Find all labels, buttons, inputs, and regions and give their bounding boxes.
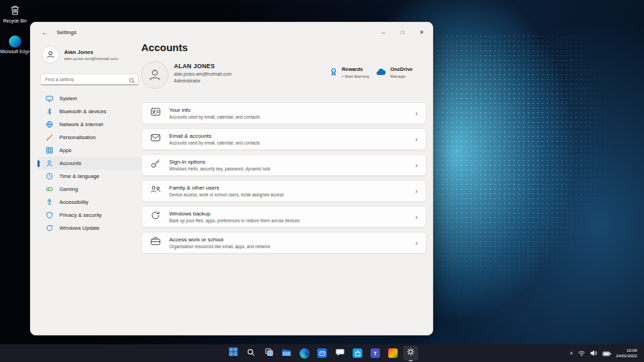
desktop-icon-recycle-bin[interactable]: Recycle Bin: [0, 4, 30, 23]
photos-button[interactable]: [385, 346, 400, 361]
store-bag-icon: [353, 348, 362, 358]
sidebar: Alan Jones alan.jones.wm@hotmail.com Sys…: [38, 43, 141, 235]
sidebar-item-time-language[interactable]: Time & language: [38, 170, 141, 183]
teams-button[interactable]: T: [368, 346, 383, 361]
clock-date: 24/01/2022: [616, 353, 637, 359]
taskbar-clock[interactable]: 10:00 24/01/2022: [616, 348, 637, 359]
sidebar-item-bluetooth-devices[interactable]: Bluetooth & devices: [38, 105, 141, 118]
page-title: Accounts: [141, 42, 426, 53]
tray-chevron-icon[interactable]: ∧: [570, 350, 573, 356]
your-info-icon: [150, 106, 161, 120]
update-arrows-icon: [45, 224, 53, 232]
minimize-button[interactable]: –: [374, 22, 393, 42]
main-pane: Accounts ALAN JONES alan.jones.wm@hotmai…: [141, 40, 426, 254]
sidebar-item-label: Windows Update: [59, 225, 100, 231]
chat-button[interactable]: [332, 346, 347, 361]
system-tray: ∧ 10:00 24/01/2022: [570, 344, 641, 362]
brush-icon: [45, 134, 53, 141]
settings-card-list: Your info Accounts used by email, calend…: [141, 102, 426, 254]
card-your-info[interactable]: Your info Accounts used by email, calend…: [141, 102, 426, 124]
accounts-person-icon: [45, 160, 53, 167]
card-family-other-users[interactable]: Family & other users Device access, work…: [141, 180, 426, 202]
sidebar-item-accounts[interactable]: Accounts: [38, 157, 141, 170]
bluetooth-icon: [45, 108, 53, 115]
search-icon: [129, 74, 135, 87]
maximize-button[interactable]: □: [393, 22, 412, 42]
globe-icon: [45, 121, 53, 128]
sidebar-nav: System Bluetooth & devices Network & int…: [38, 92, 141, 235]
sidebar-item-accessibility[interactable]: Accessibility: [38, 196, 141, 209]
volume-icon[interactable]: [590, 347, 598, 359]
clock-icon: [45, 172, 53, 180]
close-button[interactable]: ✕: [412, 22, 431, 42]
card-subtitle: Windows Hello, security key, password, d…: [169, 166, 270, 171]
sidebar-item-label: Gaming: [59, 186, 78, 192]
settings-button[interactable]: [403, 346, 418, 361]
sidebar-item-apps[interactable]: Apps: [38, 144, 141, 157]
back-button[interactable]: ←: [39, 26, 51, 38]
sidebar-item-windows-update[interactable]: Windows Update: [38, 222, 141, 235]
search-button[interactable]: [244, 346, 259, 361]
windows-logo-icon: [229, 347, 238, 359]
chevron-right-icon: ›: [415, 213, 418, 221]
chevron-right-icon: ›: [415, 136, 418, 143]
folder-icon: [282, 347, 291, 359]
chat-bubble-icon: [336, 347, 345, 359]
sidebar-item-gaming[interactable]: Gaming: [38, 183, 141, 196]
onedrive-shortcut[interactable]: OneDrive Manage: [376, 66, 413, 78]
card-title: Windows backup: [169, 211, 299, 217]
sidebar-item-label: Privacy & security: [59, 212, 102, 218]
card-email-accounts[interactable]: Email & accounts Accounts used by email,…: [141, 128, 426, 150]
sidebar-item-privacy-security[interactable]: Privacy & security: [38, 209, 141, 222]
chevron-right-icon: ›: [415, 110, 418, 117]
sidebar-item-system[interactable]: System: [38, 92, 141, 105]
rewards-shortcut[interactable]: Rewards • Start Earning: [330, 66, 369, 78]
store-button[interactable]: [350, 346, 365, 361]
sidebar-item-label: Bluetooth & devices: [59, 108, 106, 115]
key-icon: [150, 158, 161, 172]
window-controls: – □ ✕: [374, 22, 431, 42]
card-title: Sign-in options: [169, 159, 270, 165]
photos-icon: [388, 348, 398, 358]
user-avatar-icon: [42, 46, 59, 63]
onedrive-cloud-icon: [376, 66, 386, 78]
start-button[interactable]: [226, 346, 241, 361]
sidebar-item-label: Personalisation: [59, 134, 96, 140]
card-sign-in-options[interactable]: Sign-in options Windows Hello, security …: [141, 154, 426, 176]
card-access-work-school[interactable]: Access work or school Organisation resou…: [141, 232, 426, 254]
card-title: Your info: [169, 107, 260, 113]
edge-button[interactable]: [297, 346, 312, 361]
profile-avatar-icon: [141, 61, 169, 89]
edge-icon: [9, 35, 21, 48]
edge-icon: [299, 348, 310, 359]
gear-icon: [406, 347, 415, 359]
onedrive-subtitle: Manage: [390, 74, 413, 78]
sidebar-user[interactable]: Alan Jones alan.jones.wm@hotmail.com: [38, 43, 141, 66]
system-icon: [45, 95, 53, 102]
profile-header: ALAN JONES alan.jones.wm@hotmail.com Adm…: [141, 61, 426, 91]
file-explorer-button[interactable]: [279, 346, 294, 361]
card-title: Family & other users: [169, 185, 284, 191]
sidebar-item-label: Apps: [59, 147, 72, 153]
sidebar-item-personalisation[interactable]: Personalisation: [38, 131, 141, 144]
sidebar-item-label: Time & language: [59, 173, 100, 179]
recycle-bin-icon: [0, 4, 30, 17]
briefcase-icon: [150, 236, 161, 250]
chevron-right-icon: ›: [415, 162, 418, 169]
settings-window: ← Settings – □ ✕ Alan Jones alan.jones.w…: [30, 22, 433, 335]
card-subtitle: Accounts used by email, calendar, and co…: [169, 115, 260, 119]
card-windows-backup[interactable]: Windows backup Back up your files, apps,…: [141, 206, 426, 228]
card-subtitle: Accounts used by email, calendar, and co…: [169, 140, 260, 145]
taskbar-center-icons: T: [226, 346, 418, 361]
rewards-title: Rewards: [342, 66, 369, 72]
wifi-icon[interactable]: [578, 347, 585, 359]
task-view-button[interactable]: [261, 346, 276, 361]
battery-icon[interactable]: [602, 347, 611, 359]
gamepad-icon: [45, 185, 53, 193]
card-title: Access work or school: [169, 237, 270, 243]
mail-button[interactable]: [314, 346, 330, 361]
sidebar-item-network-internet[interactable]: Network & internet: [38, 118, 141, 131]
search-input[interactable]: [40, 74, 138, 85]
desktop-icon-microsoft-edge[interactable]: Microsoft Edge: [0, 35, 30, 54]
sidebar-item-label: Accessibility: [59, 199, 88, 205]
